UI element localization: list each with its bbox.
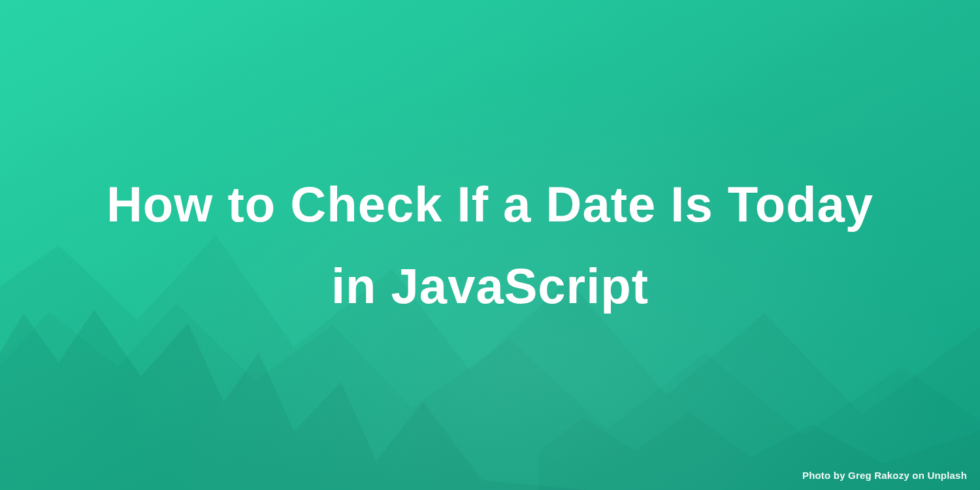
article-title: How to Check If a Date Is Today in JavaS… <box>78 163 902 327</box>
photo-credit: Photo by Greg Rakozy on Unplash <box>802 470 967 481</box>
title-container: How to Check If a Date Is Today in JavaS… <box>0 0 980 490</box>
